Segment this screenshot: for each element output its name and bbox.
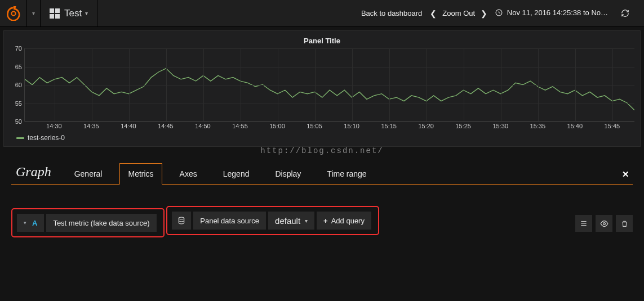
x-tick: 14:30 bbox=[46, 123, 62, 129]
datasource-icon bbox=[172, 212, 191, 230]
x-tick: 15:35 bbox=[530, 123, 546, 129]
svg-point-6 bbox=[179, 217, 184, 219]
close-editor-button[interactable]: ✕ bbox=[619, 165, 633, 184]
editor-tabs-row: Graph GeneralMetricsAxesLegendDisplayTim… bbox=[11, 163, 633, 185]
add-query-button[interactable]: + Add query bbox=[317, 212, 371, 230]
add-query-label: Add query bbox=[331, 217, 365, 225]
x-tick: 14:35 bbox=[83, 123, 99, 129]
back-to-dashboard-link[interactable]: Back to dashboard bbox=[361, 9, 422, 17]
collapse-caret-icon: ▾ bbox=[24, 220, 26, 226]
time-range-picker[interactable]: Nov 11, 2016 14:25:38 to No… bbox=[495, 8, 608, 18]
datasource-label: Panel data source bbox=[193, 212, 266, 230]
navbar-right: Back to dashboard ❮ Zoom Out ❯ Nov 11, 2… bbox=[361, 0, 644, 26]
x-tick: 15:20 bbox=[418, 123, 434, 129]
x-tick: 14:50 bbox=[195, 123, 211, 129]
time-forward-button[interactable]: ❯ bbox=[481, 9, 487, 18]
chart-plot-area[interactable] bbox=[24, 48, 634, 122]
svg-rect-2 bbox=[55, 8, 60, 13]
svg-rect-1 bbox=[50, 8, 54, 13]
top-navbar: ▾ Test ▾ Back to dashboard ❮ Zoom Out ❯ … bbox=[0, 0, 644, 27]
svg-point-0 bbox=[11, 11, 15, 15]
query-letter: A bbox=[32, 219, 37, 227]
toggle-visibility-button[interactable] bbox=[596, 215, 612, 232]
row-menu-button[interactable] bbox=[575, 215, 592, 232]
x-tick: 15:15 bbox=[381, 123, 397, 129]
metrics-tab-content: ▾ A Test metric (fake data source) Panel… bbox=[11, 185, 633, 245]
x-tick: 15:00 bbox=[269, 123, 285, 129]
query-row-tools bbox=[575, 215, 633, 232]
graph-panel: Panel Title 5055606570 14:3014:3514:4014… bbox=[3, 30, 641, 147]
dashboard-name: Test bbox=[64, 8, 82, 19]
editor-title: Graph bbox=[11, 164, 58, 184]
datasource-picker[interactable]: default bbox=[268, 212, 314, 230]
x-tick: 15:25 bbox=[455, 123, 471, 129]
tab-metrics[interactable]: Metrics bbox=[119, 163, 162, 185]
clock-icon bbox=[495, 9, 503, 18]
y-tick: 55 bbox=[15, 100, 22, 107]
tab-time-range[interactable]: Time range bbox=[318, 163, 375, 185]
x-axis: 14:3014:3514:4014:4514:5014:5515:0015:05… bbox=[24, 122, 634, 131]
refresh-button[interactable] bbox=[616, 9, 634, 17]
x-tick: 14:55 bbox=[232, 123, 248, 129]
y-tick: 60 bbox=[15, 82, 22, 88]
x-tick: 15:45 bbox=[605, 123, 620, 129]
panel-title[interactable]: Panel Title bbox=[10, 34, 634, 48]
time-back-button[interactable]: ❮ bbox=[430, 9, 437, 18]
chart[interactable]: 5055606570 bbox=[10, 48, 634, 122]
x-tick: 15:10 bbox=[344, 123, 359, 129]
tab-display[interactable]: Display bbox=[267, 163, 309, 185]
query-row-highlight: ▾ A Test metric (fake data source) bbox=[11, 208, 165, 237]
datasource-row-highlight: Panel data source default + Add query bbox=[166, 206, 379, 235]
x-tick: 15:30 bbox=[493, 123, 509, 129]
tab-legend[interactable]: Legend bbox=[215, 163, 258, 185]
svg-rect-3 bbox=[50, 14, 54, 19]
chart-legend[interactable]: test-series-0 bbox=[16, 134, 634, 142]
svg-rect-4 bbox=[55, 14, 60, 19]
y-tick: 70 bbox=[15, 45, 22, 52]
plus-icon: + bbox=[323, 217, 328, 225]
svg-point-10 bbox=[603, 222, 605, 224]
home-dropdown-caret[interactable]: ▾ bbox=[27, 0, 41, 27]
x-tick: 15:40 bbox=[567, 123, 583, 129]
dashboard-caret-icon: ▾ bbox=[85, 10, 88, 16]
dashboard-picker[interactable]: Test ▾ bbox=[41, 0, 97, 26]
grafana-logo[interactable] bbox=[0, 0, 27, 27]
y-tick: 65 bbox=[15, 64, 22, 70]
query-summary[interactable]: Test metric (fake data source) bbox=[46, 214, 156, 232]
query-row-header[interactable]: ▾ A bbox=[17, 214, 44, 232]
y-axis: 5055606570 bbox=[10, 48, 24, 122]
dashboard-icon bbox=[50, 8, 60, 19]
watermark-text: http://blog.csdn.net/ bbox=[260, 146, 383, 155]
time-range-label: Nov 11, 2016 14:25:38 to No… bbox=[507, 8, 608, 17]
y-tick: 50 bbox=[15, 118, 22, 125]
x-tick: 15:05 bbox=[307, 123, 322, 129]
x-tick: 14:45 bbox=[158, 123, 174, 129]
navbar-left: ▾ Test ▾ bbox=[0, 0, 97, 26]
tab-general[interactable]: General bbox=[66, 163, 111, 185]
panel-editor: Graph GeneralMetricsAxesLegendDisplayTim… bbox=[0, 163, 644, 245]
zoom-out-button[interactable]: Zoom Out bbox=[442, 9, 475, 17]
delete-query-button[interactable] bbox=[616, 215, 633, 232]
x-tick: 14:40 bbox=[121, 123, 136, 129]
legend-series-name: test-series-0 bbox=[28, 134, 65, 142]
legend-swatch bbox=[16, 137, 24, 139]
tab-axes[interactable]: Axes bbox=[171, 163, 206, 185]
